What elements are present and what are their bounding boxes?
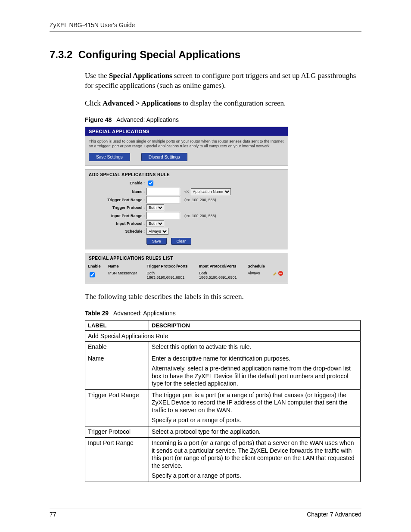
screenshot-special-applications: SPECIAL APPLICATIONS This option is used… (85, 127, 288, 284)
table-row: MSN Messenger Both1863,5190,6891,6901 Bo… (85, 270, 288, 280)
col-input: Input Protocol/Ports (196, 262, 245, 270)
row-input: Both1863,5190,6891,6901 (196, 270, 245, 280)
th-description: DESCRIPTION (149, 320, 361, 331)
section-number: 7.3.2 (50, 49, 72, 60)
discard-settings-button[interactable]: Discard Settings (141, 153, 187, 161)
rules-list-header: SPECIAL APPLICATIONS RULES LIST (85, 253, 288, 262)
row-schedule: Always (245, 270, 271, 280)
delete-icon[interactable] (278, 271, 283, 276)
application-name-select[interactable]: Application Name (191, 188, 231, 195)
trigger-proto-select[interactable]: Both (146, 204, 164, 211)
col-name: Name (106, 262, 144, 270)
save-button[interactable]: Save (146, 238, 167, 245)
add-rule-header: ADD SPECIAL APPLICATIONS RULE (85, 170, 288, 179)
cell-desc: Select a protocol type for the applicati… (149, 426, 361, 438)
cell-desc: Incoming is a port (or a range of ports)… (149, 438, 361, 482)
col-enable: Enable (85, 262, 106, 270)
schedule-label: Schedule : (89, 229, 146, 233)
subheader-row: Add Special Applications Rule (85, 331, 361, 342)
schedule-select[interactable]: Always (146, 228, 168, 235)
table-caption: Table 29 Advanced: Applications (85, 310, 361, 317)
enable-checkbox[interactable] (148, 180, 153, 186)
section-heading: 7.3.2 Configuring Special Applications (50, 49, 361, 61)
input-proto-label: Input Protocol : (89, 221, 146, 226)
cell-label: Trigger Port Range (85, 389, 149, 426)
th-label: LABEL (85, 320, 149, 331)
clear-button[interactable]: Clear (171, 238, 192, 245)
name-label: Name : (89, 190, 146, 194)
name-input[interactable] (146, 188, 180, 195)
cell-label: Input Port Range (85, 438, 149, 482)
description-table: LABEL DESCRIPTION Add Special Applicatio… (85, 320, 361, 482)
cell-desc: The trigger port is a port (or a range o… (149, 389, 361, 426)
trigger-range-hint: (ex. 100-200, 588) (181, 198, 216, 202)
cell-label: Trigger Protocol (85, 426, 149, 438)
trigger-range-input[interactable] (146, 196, 180, 203)
save-settings-button[interactable]: Save Settings (89, 153, 130, 161)
input-range-hint: (ex. 100-200, 588) (181, 214, 216, 218)
running-head: ZyXEL NBG-415N User's Guide (50, 22, 361, 31)
trigger-range-label: Trigger Port Range : (89, 198, 146, 202)
row-trigger: Both1863,5190,6891,6901 (144, 270, 196, 280)
row-name: MSN Messenger (106, 270, 144, 280)
section-title: Configuring Special Applications (78, 49, 240, 60)
cell-desc: Select this option to activate this rule… (149, 342, 361, 353)
cell-label: Name (85, 353, 149, 389)
page-footer: 77 Chapter 7 Advanced (50, 508, 361, 518)
enable-label: Enable : (89, 181, 146, 185)
edit-icon[interactable] (273, 271, 277, 276)
figure-caption: Figure 48 Advanced: Applications (85, 116, 361, 123)
intro-paragraph-2: Click Advanced > Applications to display… (50, 99, 361, 109)
app-name-arrow: << (181, 190, 189, 194)
trigger-proto-label: Trigger Protocol : (89, 205, 146, 210)
cell-desc: Enter a descriptive name for identificat… (149, 353, 361, 389)
chapter-ref: Chapter 7 Advanced (307, 511, 361, 518)
cell-label: Enable (85, 342, 149, 353)
input-range-label: Input Port Range : (89, 214, 146, 218)
rules-table: Enable Name Trigger Protocol/Ports Input… (85, 262, 288, 280)
row-enable-checkbox[interactable] (90, 272, 95, 277)
table-intro: The following table describes the labels… (50, 292, 361, 302)
col-trigger: Trigger Protocol/Ports (144, 262, 196, 270)
col-schedule: Schedule (245, 262, 271, 270)
input-range-input[interactable] (146, 212, 180, 219)
panel-header: SPECIAL APPLICATIONS (85, 127, 288, 136)
input-proto-select[interactable]: Both (146, 220, 164, 227)
panel-description: This option is used to open single or mu… (85, 136, 288, 152)
intro-paragraph-1: Use the Special Applications screen to c… (50, 71, 361, 91)
page-number: 77 (50, 511, 56, 518)
